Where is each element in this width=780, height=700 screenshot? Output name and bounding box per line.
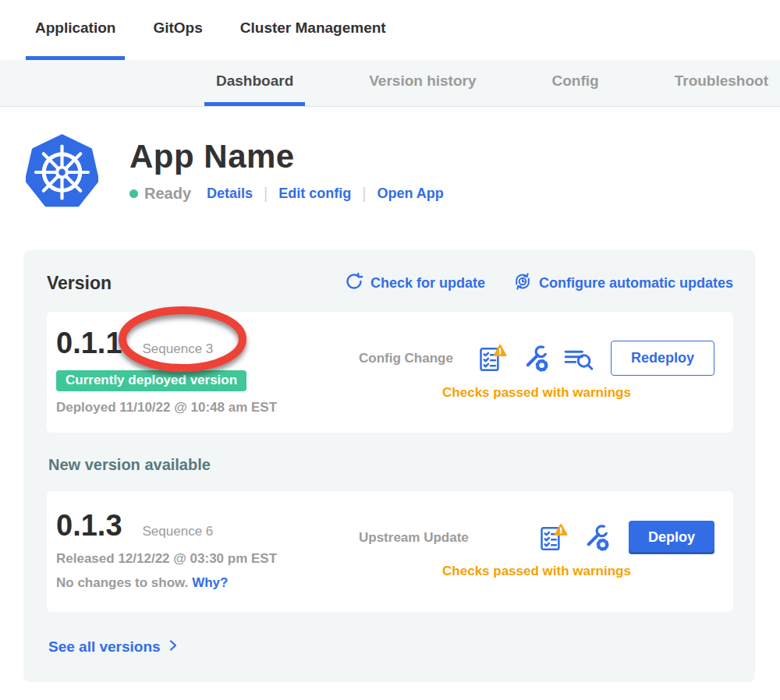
configure-automatic-updates-button[interactable]: Configure automatic updates (513, 272, 733, 295)
see-all-versions-link[interactable]: See all versions (48, 638, 733, 656)
details-link[interactable]: Details (207, 186, 253, 202)
version-section: Version Check for update (23, 250, 755, 682)
view-files-icon[interactable] (564, 343, 594, 374)
new-version-heading: New version available (48, 456, 733, 474)
deployed-timestamp: Deployed 11/10/22 @ 10:48 am EST (56, 400, 359, 415)
chevron-right-icon (167, 638, 179, 656)
currently-deployed-badge: Currently deployed version (56, 370, 246, 391)
preflight-result-text: Checks passed with warnings (359, 564, 714, 579)
available-version-number: 0.1.3 (56, 509, 122, 543)
divider: | (264, 185, 268, 203)
why-link[interactable]: Why? (192, 575, 228, 590)
auto-update-clock-icon (513, 272, 532, 295)
released-timestamp: Released 12/12/22 @ 03:30 pm EST (56, 551, 359, 567)
page-title: App Name (129, 138, 444, 175)
tab-application[interactable]: Application (26, 0, 125, 60)
version-source-label: Config Change (359, 351, 453, 366)
preflight-checks-icon[interactable] (539, 522, 569, 553)
tab-dashboard[interactable]: Dashboard (204, 60, 305, 106)
divider: | (362, 185, 366, 203)
preflight-result-text: Checks passed with warnings (359, 385, 714, 401)
ready-status-dot (129, 189, 138, 198)
check-for-update-button[interactable]: Check for update (345, 272, 485, 295)
available-version-card: 0.1.3 Sequence 6 Released 12/12/22 @ 03:… (47, 491, 733, 612)
version-source-label: Upstream Update (359, 530, 469, 546)
tab-config[interactable]: Config (541, 60, 611, 106)
tab-troubleshoot[interactable]: Troubleshoot (663, 60, 780, 106)
edit-config-link[interactable]: Edit config (278, 186, 351, 202)
current-version-card: 0.1.1 Sequence 3 Currently deployed vers… (47, 312, 733, 433)
refresh-icon (345, 272, 363, 295)
app-sub-nav: Dashboard Version history Config Trouble… (0, 60, 780, 107)
version-section-title: Version (47, 273, 112, 294)
tab-version-history[interactable]: Version history (357, 60, 488, 106)
config-wrench-icon[interactable] (521, 343, 551, 374)
current-version-number: 0.1.1 (56, 327, 122, 360)
kubernetes-logo-icon (26, 133, 98, 214)
no-changes-text: No changes to show. Why? (56, 575, 359, 591)
preflight-checks-icon[interactable] (478, 343, 508, 374)
top-nav: Application GitOps Cluster Management (0, 0, 780, 60)
status-badge: Ready (144, 185, 191, 203)
tab-cluster-management[interactable]: Cluster Management (231, 0, 395, 60)
current-sequence-label: Sequence 3 (143, 341, 214, 357)
app-header: App Name Ready Details | Edit config | O… (26, 133, 780, 214)
open-app-link[interactable]: Open App (377, 186, 443, 202)
tab-gitops[interactable]: GitOps (144, 0, 211, 60)
redeploy-button[interactable]: Redeploy (611, 341, 714, 376)
available-sequence-label: Sequence 6 (143, 524, 214, 539)
deploy-button[interactable]: Deploy (629, 521, 714, 554)
config-wrench-icon[interactable] (582, 522, 612, 553)
